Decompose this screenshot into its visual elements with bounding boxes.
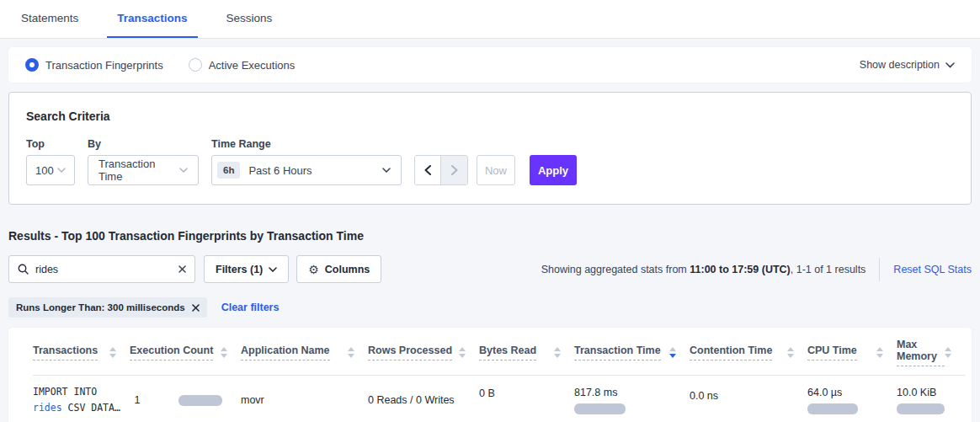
time-nav-group xyxy=(414,155,468,185)
cell-cpu-time: 64.0 µs xyxy=(807,376,897,422)
time-prev-button[interactable] xyxy=(415,156,441,184)
column-header-transactions[interactable]: Transactions xyxy=(33,328,130,375)
radio-label: Active Executions xyxy=(209,59,296,72)
sort-caret-icon[interactable] xyxy=(787,347,794,358)
time-next-button[interactable] xyxy=(441,156,467,184)
chevron-down-icon xyxy=(179,168,188,173)
reset-sql-stats-link[interactable]: Reset SQL Stats xyxy=(893,264,972,275)
time-range-badge: 6h xyxy=(217,162,240,179)
by-label: By xyxy=(88,138,199,150)
search-criteria-title: Search Criteria xyxy=(26,110,954,123)
view-toggle-bar: Transaction Fingerprints Active Executio… xyxy=(8,47,972,83)
tab-transactions[interactable]: Transactions xyxy=(107,0,197,38)
radio-active-executions[interactable]: Active Executions xyxy=(189,58,296,72)
column-header-cpu-time[interactable]: CPU Time xyxy=(807,328,897,375)
gear-icon: ⚙ xyxy=(308,264,319,275)
search-input[interactable] xyxy=(35,264,178,275)
radio-unselected-icon xyxy=(189,58,202,72)
transaction-fingerprint-link[interactable]: rides xyxy=(33,402,62,414)
column-header-bytes-read[interactable]: Bytes Read xyxy=(479,328,574,375)
column-header-application-name[interactable]: Application Name xyxy=(241,328,368,375)
search-criteria-panel: Search Criteria Top 100 By Transaction T… xyxy=(8,92,972,205)
cpu-time-bar xyxy=(807,403,858,414)
results-heading: Results - Top 100 Transaction Fingerprin… xyxy=(8,229,972,243)
top-field: Top 100 xyxy=(26,138,75,185)
filter-chip-label: Runs Longer Than: 300 milliseconds xyxy=(16,302,185,312)
cell-transaction-time: 817.8 ms xyxy=(574,376,690,422)
max-memory-bar xyxy=(897,403,945,414)
chevron-left-icon xyxy=(424,165,431,175)
stats-time-range: 11:00 to 17:59 (UTC) xyxy=(690,264,790,275)
apply-button[interactable]: Apply xyxy=(530,155,577,185)
tab-statements[interactable]: Statements xyxy=(11,0,88,38)
cell-execution-count: 1 xyxy=(130,376,241,422)
remove-filter-icon[interactable] xyxy=(192,304,200,312)
table-header-row: Transactions Execution Count Application… xyxy=(33,328,965,376)
page-content: Transaction Fingerprints Active Executio… xyxy=(0,47,980,422)
tab-sessions[interactable]: Sessions xyxy=(216,0,283,38)
filters-button[interactable]: Filters (1) xyxy=(204,255,289,283)
show-description-toggle[interactable]: Show description xyxy=(860,59,955,71)
cell-rows-processed: 0 Reads / 0 Writes xyxy=(368,376,479,422)
time-range-label: Time Range xyxy=(211,138,402,150)
top-value: 100 xyxy=(35,164,54,177)
radio-label: Transaction Fingerprints xyxy=(45,59,163,72)
chevron-down-icon xyxy=(945,62,955,68)
by-value: Transaction Time xyxy=(99,158,179,183)
active-filters-row: Runs Longer Than: 300 milliseconds Clear… xyxy=(8,297,972,318)
sort-caret-icon[interactable] xyxy=(876,347,883,358)
execution-count-bar xyxy=(178,395,222,406)
column-header-contention-time[interactable]: Contention Time xyxy=(690,328,807,375)
by-select[interactable]: Transaction Time xyxy=(88,155,199,185)
transaction-time-bar xyxy=(574,403,626,414)
column-header-max-memory[interactable]: Max Memory xyxy=(897,328,965,375)
time-range-select[interactable]: 6h Past 6 Hours xyxy=(211,155,402,185)
aggregated-stats-text: Showing aggregated stats from 11:00 to 1… xyxy=(541,264,866,275)
sort-caret-icon[interactable] xyxy=(945,347,951,358)
results-search-box xyxy=(8,255,195,283)
cell-max-memory: 10.0 KiB xyxy=(897,376,965,422)
filters-label: Filters (1) xyxy=(216,264,263,275)
sort-caret-icon[interactable] xyxy=(221,347,227,358)
sort-caret-icon[interactable] xyxy=(109,347,116,358)
sort-caret-icon[interactable] xyxy=(554,347,561,358)
by-field: By Transaction Time xyxy=(88,138,199,185)
chevron-down-icon xyxy=(57,168,66,173)
chevron-down-icon xyxy=(382,168,391,173)
cell-contention-time: 0.0 ns xyxy=(690,376,807,422)
cell-bytes-read: 0 B xyxy=(479,376,574,422)
table-row[interactable]: IMPORT INTO rides CSV DATA… 1 movr 0 Rea… xyxy=(33,376,965,422)
filter-chip: Runs Longer Than: 300 milliseconds xyxy=(8,297,207,318)
page-tabs: Statements Transactions Sessions xyxy=(0,0,980,39)
radio-transaction-fingerprints[interactable]: Transaction Fingerprints xyxy=(25,58,163,72)
columns-label: Columns xyxy=(325,264,370,275)
clear-search-icon[interactable] xyxy=(178,265,186,273)
top-select[interactable]: 100 xyxy=(26,155,75,185)
column-header-rows-processed[interactable]: Rows Processed xyxy=(368,328,479,375)
sort-caret-icon[interactable] xyxy=(669,347,676,358)
chevron-right-icon xyxy=(451,165,458,175)
show-description-label: Show description xyxy=(860,59,940,71)
clear-filters-link[interactable]: Clear filters xyxy=(221,302,280,313)
results-table: Transactions Execution Count Application… xyxy=(8,328,972,422)
top-label: Top xyxy=(26,138,75,150)
time-range-field: Time Range 6h Past 6 Hours xyxy=(211,138,402,185)
column-header-transaction-time[interactable]: Transaction Time xyxy=(574,328,690,375)
cell-application-name: movr xyxy=(241,376,368,422)
search-icon xyxy=(18,264,29,275)
cell-transaction: IMPORT INTO rides CSV DATA… xyxy=(33,376,130,422)
now-button[interactable]: Now xyxy=(477,155,515,185)
results-controls: Filters (1) ⚙ Columns Showing aggregated… xyxy=(8,255,972,283)
time-range-value: Past 6 Hours xyxy=(248,164,312,177)
columns-button[interactable]: ⚙ Columns xyxy=(296,255,381,283)
radio-selected-icon xyxy=(25,58,39,72)
chevron-down-icon xyxy=(269,267,277,272)
column-header-execution-count[interactable]: Execution Count xyxy=(130,328,241,375)
divider xyxy=(879,258,880,281)
sort-caret-icon[interactable] xyxy=(348,347,354,358)
sort-caret-icon[interactable] xyxy=(459,347,466,358)
